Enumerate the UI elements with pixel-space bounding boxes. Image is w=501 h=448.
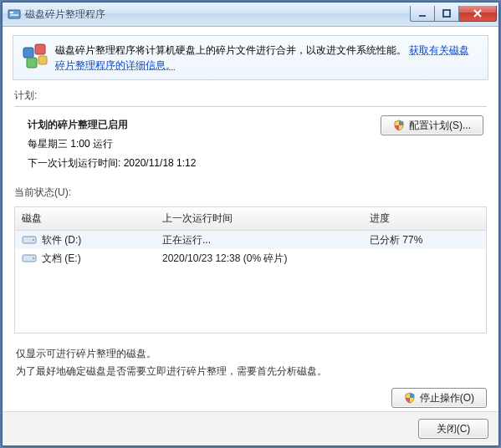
- bottom-bar: 关闭(C): [3, 411, 498, 445]
- close-dialog-label: 关闭(C): [437, 422, 471, 436]
- svg-point-10: [33, 239, 34, 241]
- plan-section: 计划: 计划的碎片整理已启用 每星期三 1:00 运行 下一次计划运行时间: 2…: [3, 85, 498, 182]
- svg-rect-4: [443, 10, 450, 17]
- shield-icon: [404, 392, 416, 404]
- plan-details: 计划的碎片整理已启用 每星期三 1:00 运行 下一次计划运行时间: 2020/…: [18, 115, 381, 172]
- status-section-label: 当前状态(U):: [14, 186, 487, 200]
- banner-text: 磁盘碎片整理程序将计算机硬盘上的碎片文件进行合并，以改进文件系统性能。 获取有关…: [55, 43, 479, 73]
- close-button[interactable]: [459, 6, 497, 22]
- plan-schedule: 每星期三 1:00 运行: [28, 135, 381, 154]
- svg-rect-3: [419, 15, 426, 17]
- status-section: 当前状态(U):: [3, 182, 498, 206]
- svg-rect-5: [23, 48, 33, 58]
- plan-next-run: 下一次计划运行时间: 2020/11/18 1:12: [28, 154, 381, 173]
- svg-rect-2: [10, 14, 18, 16]
- svg-rect-8: [38, 56, 47, 64]
- header-progress[interactable]: 进度: [363, 207, 486, 230]
- action-bar: 停止操作(O): [3, 383, 498, 411]
- header-last-run[interactable]: 上一次运行时间: [156, 207, 363, 230]
- defrag-icon: [22, 43, 49, 69]
- disk-name: 软件 (D:): [42, 233, 81, 247]
- hint-line2: 为了最好地确定磁盘是否需要立即进行碎片整理，需要首先分析磁盘。: [16, 363, 485, 379]
- info-banner: 磁盘碎片整理程序将计算机硬盘上的碎片文件进行合并，以改进文件系统性能。 获取有关…: [13, 35, 488, 80]
- plan-box: 计划的碎片整理已启用 每星期三 1:00 运行 下一次计划运行时间: 2020/…: [14, 106, 487, 179]
- disk-table-wrap: 磁盘 上一次运行时间 进度 软件 (D:) 正在运行... 已分析 77%: [3, 206, 498, 333]
- hint-text: 仅显示可进行碎片整理的磁盘。 为了最好地确定磁盘是否需要立即进行碎片整理，需要首…: [3, 340, 498, 383]
- table-header: 磁盘 上一次运行时间 进度: [15, 207, 486, 231]
- disk-progress: 已分析 77%: [363, 229, 486, 252]
- plan-section-label: 计划:: [14, 89, 487, 103]
- stop-button[interactable]: 停止操作(O): [391, 388, 487, 408]
- minimize-button[interactable]: [410, 6, 435, 22]
- svg-rect-6: [35, 44, 45, 54]
- titlebar[interactable]: 磁盘碎片整理程序: [3, 3, 498, 27]
- window-title: 磁盘碎片整理程序: [25, 8, 410, 22]
- banner-description: 磁盘碎片整理程序将计算机硬盘上的碎片文件进行合并，以改进文件系统性能。: [55, 44, 406, 56]
- window-controls: [410, 6, 497, 23]
- table-row[interactable]: 文档 (E:) 2020/10/23 12:38 (0% 碎片): [15, 249, 486, 267]
- disk-name: 文档 (E:): [42, 252, 81, 266]
- svg-point-12: [33, 257, 34, 259]
- shield-icon: [393, 120, 405, 131]
- window-frame: 磁盘碎片整理程序 磁盘碎: [2, 2, 499, 446]
- configure-schedule-label: 配置计划(S)...: [409, 119, 471, 133]
- client-area: 磁盘碎片整理程序将计算机硬盘上的碎片文件进行合并，以改进文件系统性能。 获取有关…: [3, 27, 498, 445]
- configure-schedule-button[interactable]: 配置计划(S)...: [381, 115, 483, 135]
- disk-progress: [363, 254, 486, 262]
- drive-icon: [22, 252, 37, 264]
- svg-rect-1: [10, 12, 13, 13]
- close-dialog-button[interactable]: 关闭(C): [418, 419, 488, 439]
- header-disk[interactable]: 磁盘: [15, 207, 156, 230]
- disk-last-run: 2020/10/23 12:38 (0% 碎片): [156, 247, 363, 270]
- drive-icon: [22, 234, 37, 246]
- maximize-button[interactable]: [435, 6, 459, 22]
- plan-title: 计划的碎片整理已启用: [28, 115, 381, 135]
- disk-table: 磁盘 上一次运行时间 进度 软件 (D:) 正在运行... 已分析 77%: [14, 206, 487, 333]
- hint-line1: 仅显示可进行碎片整理的磁盘。: [16, 345, 485, 362]
- app-icon: [8, 8, 21, 21]
- stop-button-label: 停止操作(O): [420, 391, 474, 405]
- svg-rect-7: [27, 58, 37, 68]
